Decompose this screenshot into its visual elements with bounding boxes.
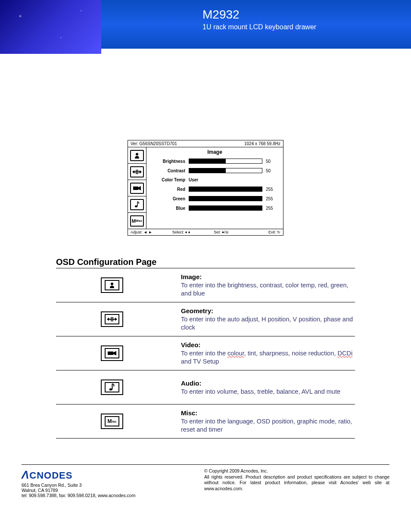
footer-copyright: © Copyright 2009 Acnodes, Inc. xyxy=(204,468,389,474)
product-subtitle: 1U rack mount LCD keyboard drawer xyxy=(202,23,411,31)
svg-marker-6 xyxy=(138,186,141,190)
svg-marker-12 xyxy=(115,317,117,321)
svg-rect-5 xyxy=(133,187,138,190)
svg-marker-2 xyxy=(132,170,134,174)
svg-point-7 xyxy=(135,205,137,207)
footer-address-1: 661 Brea Canyon Rd., Suite 3 xyxy=(22,482,135,488)
colortemp-value: User xyxy=(189,177,198,182)
company-logo: ΛCNODES xyxy=(22,468,135,482)
osd-tab-geometry xyxy=(128,164,146,180)
header-image xyxy=(0,0,101,54)
note-icon xyxy=(130,199,144,210)
config-desc: To enter into volume, bass, treble, bala… xyxy=(181,388,340,395)
config-heading: Image: xyxy=(181,273,202,280)
osd-hint-set: Set: ●/⊖ xyxy=(214,230,255,234)
header-title-bar: M2932 1U rack mount LCD keyboard drawer xyxy=(101,0,411,49)
osd-tab-image xyxy=(128,147,146,164)
colortemp-label: Color Temp xyxy=(151,177,189,182)
config-row-geometry: Geometry: To enter into the auto adjust,… xyxy=(56,302,355,336)
camera-icon xyxy=(130,183,144,194)
config-section: OSD Configuration Page Image: To enter i… xyxy=(56,257,355,439)
config-desc: To enter into the colour, tint, sharpnes… xyxy=(181,350,352,365)
config-heading: Misc: xyxy=(181,409,197,417)
product-model: M2932 xyxy=(202,8,411,22)
osd-screenshot: Ver: G56SN20SSTD701 1024 x 768 59.8Hz xyxy=(128,140,283,236)
brightness-slider xyxy=(189,159,262,164)
footer-legal: All rights reserved. Product description… xyxy=(204,474,389,492)
page-footer: ΛCNODES 661 Brea Canyon Rd., Suite 3 Wal… xyxy=(22,464,389,498)
svg-marker-3 xyxy=(140,170,142,174)
config-desc: To enter into the language, OSD position… xyxy=(181,418,352,433)
blue-label: Blue xyxy=(151,206,189,211)
arrows-icon xyxy=(101,311,123,327)
red-label: Red xyxy=(151,187,189,192)
misc-icon: MMisc xyxy=(130,215,144,227)
config-heading: Geometry: xyxy=(181,307,213,314)
misc-icon: Misc xyxy=(101,414,123,429)
svg-point-9 xyxy=(111,283,113,285)
osd-hint-select: Select: ♦ ♦ xyxy=(172,230,214,234)
svg-point-16 xyxy=(109,389,112,391)
svg-marker-11 xyxy=(107,317,109,321)
osd-section-title: Image xyxy=(151,149,279,155)
note-icon xyxy=(101,380,123,395)
config-heading: Audio: xyxy=(181,380,201,387)
person-icon xyxy=(130,150,144,161)
green-slider xyxy=(189,196,262,201)
red-value: 255 xyxy=(266,187,279,192)
contrast-label: Contrast xyxy=(151,168,189,173)
contrast-slider xyxy=(189,168,262,173)
osd-tab-video xyxy=(128,180,146,196)
footer-contact: tel: 909.598.7388, fax: 909.598.0218, ww… xyxy=(22,493,135,498)
config-desc: To enter into the brightness, contrast, … xyxy=(181,282,348,297)
config-desc: To enter into the auto adjust, H positio… xyxy=(181,316,353,331)
brightness-value: 50 xyxy=(266,159,279,164)
osd-tab-misc: MMisc xyxy=(128,213,146,229)
page-header: M2932 1U rack mount LCD keyboard drawer xyxy=(0,0,411,54)
osd-tab-audio xyxy=(128,196,146,213)
config-row-image: Image: To enter into the brightness, con… xyxy=(56,268,355,302)
osd-resolution: 1024 x 768 59.8Hz xyxy=(244,141,280,146)
arrows-icon xyxy=(130,166,144,177)
svg-marker-15 xyxy=(113,351,116,355)
person-icon xyxy=(101,277,123,293)
footer-address-2: Walnut, CA 91789 xyxy=(22,488,135,493)
green-label: Green xyxy=(151,196,189,201)
svg-rect-14 xyxy=(108,352,113,355)
green-value: 255 xyxy=(266,196,279,201)
red-slider xyxy=(189,187,262,192)
config-row-misc: Misc Misc: To enter into the language, O… xyxy=(56,404,355,439)
config-heading: Video: xyxy=(181,341,201,348)
osd-hint-exit: Exit: ↻ xyxy=(255,230,280,234)
svg-point-0 xyxy=(136,153,138,156)
blue-value: 255 xyxy=(266,206,279,211)
osd-hint-adjust: Adjust: ◄ ► xyxy=(131,230,172,234)
camera-icon xyxy=(101,345,123,361)
config-title: OSD Configuration Page xyxy=(56,257,355,268)
config-row-video: Video: To enter into the colour, tint, s… xyxy=(56,336,355,370)
contrast-value: 50 xyxy=(266,168,279,173)
brightness-label: Brightness xyxy=(151,159,189,164)
config-row-audio: Audio: To enter into volume, bass, trebl… xyxy=(56,370,355,404)
osd-footer: Adjust: ◄ ► Select: ♦ ♦ Set: ●/⊖ Exit: ↻ xyxy=(128,229,283,235)
osd-version: Ver: G56SN20SSTD701 xyxy=(131,141,177,146)
blue-slider xyxy=(189,205,262,211)
